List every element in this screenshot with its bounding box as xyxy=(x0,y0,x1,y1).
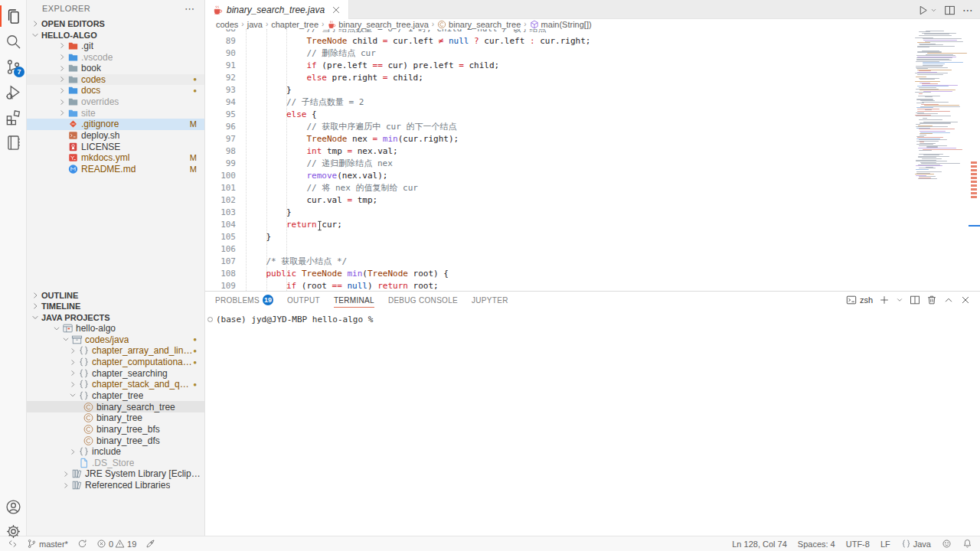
new-terminal-icon[interactable] xyxy=(879,295,890,305)
terminal-content[interactable]: (base) jyd@JYD-MBP hello-algo % xyxy=(207,315,980,324)
tree-item--gitignore[interactable]: .gitignoreM xyxy=(27,119,204,130)
tree-item--vscode[interactable]: .vscode xyxy=(27,51,204,63)
activitybar-settings[interactable] xyxy=(0,518,27,544)
tree-item-chapter-computational-complexity[interactable]: chapter_computational_complexity● xyxy=(27,357,204,368)
activitybar-extensions[interactable] xyxy=(0,104,27,130)
terminal-dropdown-icon[interactable] xyxy=(896,296,903,304)
panel-tab-debug-console[interactable]: DEBUG CONSOLE xyxy=(388,292,458,308)
more-actions-icon[interactable]: ⋯ xyxy=(962,4,974,16)
chevron-right-icon[interactable] xyxy=(57,109,67,117)
status-encoding[interactable]: UTF-8 xyxy=(846,540,870,549)
chevron-right-icon[interactable] xyxy=(68,448,77,456)
panel-tab-jupyter[interactable]: JUPYTER xyxy=(472,292,508,308)
chevron-right-icon[interactable] xyxy=(68,380,77,389)
panel-tab-terminal[interactable]: TERMINAL xyxy=(334,292,374,308)
chevron-down-icon[interactable] xyxy=(68,391,77,399)
tree-item-chapter-array-and-linkedlist[interactable]: chapter_array_and_linkedlist● xyxy=(27,345,204,357)
tree-item-binary-tree-dfs[interactable]: binary_tree_dfs xyxy=(27,435,204,446)
close-tab-icon[interactable] xyxy=(331,5,341,15)
tree-item-mkdocs-yml[interactable]: mkdocs.ymlM xyxy=(27,152,204,164)
status-rocket[interactable] xyxy=(145,539,155,549)
tree-item-chapter-stack-and-queue[interactable]: chapter_stack_and_queue● xyxy=(27,379,204,390)
library-icon xyxy=(71,480,83,491)
section-timeline[interactable]: TIMELINE xyxy=(27,301,204,312)
activitybar-notebook[interactable] xyxy=(0,129,27,155)
tree-item-include[interactable]: include xyxy=(27,446,204,458)
tree-item-binary-search-tree[interactable]: binary_search_tree xyxy=(27,401,204,412)
chevron-right-icon[interactable] xyxy=(57,64,67,73)
status-sync-changes[interactable] xyxy=(77,539,87,549)
kill-terminal-icon[interactable] xyxy=(926,295,937,305)
activitybar-source-control[interactable]: 7 xyxy=(0,54,27,80)
tree-item-binary-tree[interactable]: binary_tree xyxy=(27,412,204,424)
chevron-down-icon[interactable] xyxy=(61,335,70,344)
run-dropdown-icon[interactable] xyxy=(930,7,937,14)
chevron-down-icon[interactable] xyxy=(52,324,61,333)
status-git-branch[interactable]: master* xyxy=(27,539,68,549)
tree-item-book[interactable]: book xyxy=(27,63,204,74)
tree-item-overrides[interactable]: overrides xyxy=(27,96,204,108)
tree-item-referenced-libraries[interactable]: Referenced Libraries xyxy=(27,480,204,491)
chevron-right-icon[interactable] xyxy=(61,470,70,478)
status-cursor-position[interactable]: Ln 128, Col 74 xyxy=(732,540,787,549)
breadcrumb-item[interactable]: chapter_tree xyxy=(271,20,318,29)
tree-item-chapter-searching[interactable]: chapter_searching xyxy=(27,367,204,379)
chevron-right-icon[interactable] xyxy=(68,369,77,377)
tree-item-codes-java[interactable]: codes/java● xyxy=(27,334,204,345)
breadcrumb-item[interactable]: java xyxy=(247,20,263,29)
status-errors[interactable]: 0 xyxy=(96,539,113,549)
chevron-right-icon[interactable] xyxy=(57,75,67,83)
chevron-right-icon[interactable] xyxy=(61,481,70,490)
breadcrumb-item[interactable]: binary_search_tree.java xyxy=(327,20,428,29)
tree-item--git[interactable]: .git xyxy=(27,41,204,52)
terminal-shell-select[interactable]: zsh xyxy=(846,295,873,305)
chevron-right-icon[interactable] xyxy=(68,347,77,355)
split-terminal-icon[interactable] xyxy=(910,295,920,305)
tree-item-hello-algo[interactable]: hello-algo xyxy=(27,323,204,334)
tree-item-site[interactable]: site xyxy=(27,107,204,119)
close-panel-icon[interactable] xyxy=(960,295,971,305)
tree-item-chapter-tree[interactable]: chapter_tree xyxy=(27,390,204,402)
tree-item-deploy-sh[interactable]: deploy.sh xyxy=(27,130,204,142)
status-eol[interactable]: LF xyxy=(880,540,890,549)
activitybar-explorer[interactable] xyxy=(0,3,27,29)
modified-badge: M xyxy=(190,119,204,129)
tab-binary-search-tree[interactable]: binary_search_tree.java xyxy=(205,0,349,19)
tree-item-license[interactable]: LICENSE xyxy=(27,141,204,152)
maximize-panel-icon[interactable] xyxy=(943,295,954,305)
minimap-line xyxy=(923,40,957,41)
panel-tab-output[interactable]: OUTPUT xyxy=(287,292,320,308)
section-hello-algo[interactable]: HELLO-ALGO xyxy=(27,29,204,41)
breadcrumb-item[interactable]: binary_search_tree xyxy=(437,20,521,29)
chevron-right-icon[interactable] xyxy=(57,98,67,106)
status-feedback[interactable] xyxy=(942,539,952,549)
status-language-mode[interactable]: Java xyxy=(901,539,931,549)
tree-item-jre-system-library-eclipse-temurin-17-17-[interactable]: JRE System Library [Eclipse Temurin 17 [… xyxy=(27,468,204,480)
status-warnings[interactable]: 19 xyxy=(115,539,136,549)
run-icon[interactable] xyxy=(917,5,929,16)
tree-item-codes[interactable]: codes● xyxy=(27,74,204,86)
chevron-right-icon[interactable] xyxy=(57,53,67,61)
split-editor-icon[interactable] xyxy=(944,5,956,16)
section-outline[interactable]: OUTLINE xyxy=(27,289,204,301)
more-actions-icon[interactable]: ⋯ xyxy=(181,3,198,15)
breadcrumb-item[interactable]: main(String[]) xyxy=(530,20,592,29)
chevron-right-icon[interactable] xyxy=(57,86,67,95)
tree-item-readme-md[interactable]: README.mdM xyxy=(27,164,204,175)
status-indentation[interactable]: Spaces: 4 xyxy=(798,540,835,549)
tree-item-docs[interactable]: docs● xyxy=(27,85,204,96)
section-open-editors[interactable]: OPEN EDITORS xyxy=(27,18,204,29)
activitybar-search[interactable] xyxy=(0,28,27,54)
status-notifications[interactable] xyxy=(962,539,972,549)
panel-tab-problems[interactable]: PROBLEMS19 xyxy=(215,292,273,308)
activitybar-accounts[interactable] xyxy=(0,494,27,520)
breadcrumb-item[interactable]: codes xyxy=(216,20,238,29)
chevron-right-icon[interactable] xyxy=(57,41,67,50)
tree-item-binary-tree-bfs[interactable]: binary_tree_bfs xyxy=(27,424,204,435)
activitybar-run-debug[interactable] xyxy=(0,79,27,105)
chevron-right-icon[interactable] xyxy=(68,358,77,367)
tree-item--ds-store[interactable]: .DS_Store xyxy=(27,457,204,468)
code-text: remove(nex.val); xyxy=(246,170,387,182)
tree-item-label: hello-algo xyxy=(76,323,116,334)
section-java-projects[interactable]: JAVA PROJECTS xyxy=(27,311,204,323)
